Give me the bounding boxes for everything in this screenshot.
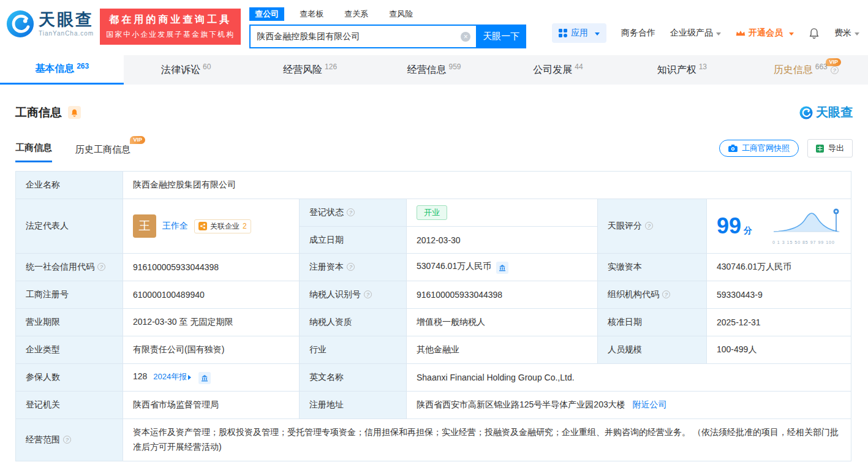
help-icon[interactable] [97,263,105,271]
nearby-companies-link[interactable]: 附近公司 [633,400,667,409]
field-value: 增值税一般纳税人 [417,317,485,327]
logo-brand: 天眼查 [39,12,94,28]
search-input[interactable] [249,25,476,48]
help-icon[interactable] [364,290,372,298]
bank-icon[interactable] [496,262,508,274]
search-input-wrap [249,25,476,48]
nav-cooperation[interactable]: 商务合作 [621,28,655,39]
help-icon[interactable] [831,66,839,74]
help-icon[interactable] [347,208,355,216]
tab-label: 基本信息 [35,62,74,75]
field-value: 530746.01万人民币 [417,261,491,271]
field-value: 610000100489940 [133,290,205,300]
search-tab-relation[interactable]: 查关系 [339,7,374,21]
english-name-cell: Shaanxi Financial Holding Group Co.,Ltd. [407,364,851,392]
registered-capital-cell: 530746.01万人民币 [407,254,598,281]
approval-date-cell: 2025-12-31 [707,309,851,336]
field-label: 营业期限 [26,317,60,327]
org-code-label-cell: 组织机构代码 [598,281,707,309]
search-tab-boss[interactable]: 查老板 [294,7,329,21]
company-name-label-cell: 企业名称 [16,172,123,199]
bank-icon[interactable] [198,372,211,384]
apps-label: 应用 [571,28,588,39]
field-label: 组织机构代码 [608,289,659,299]
search-button[interactable]: 天眼一下 [476,25,526,48]
field-value: 其他金融业 [417,344,459,354]
table-row: 企业名称 陕西金融控股集团有限公司 [16,172,851,199]
tab-business-info[interactable]: 经营信息 959 [372,55,496,85]
header-nav: 应用 商务合作 企业级产品 开通会员 [552,23,859,43]
registry-cell: 陕西省市场监督管理局 [123,392,300,419]
tab-operational-risk[interactable]: 经营风险 126 [248,55,372,85]
registered-capital-label-cell: 注册资本 [300,254,407,281]
score-unit: 分 [744,225,752,235]
notification-bell-icon[interactable] [809,28,820,39]
nav-vip[interactable]: 开通会员 [736,28,794,39]
insured-cell: 1282024年报 [123,364,300,392]
tab-label: 经营风险 [283,64,322,77]
field-label: 成立日期 [309,235,344,244]
registry-label-cell: 登记机关 [16,392,123,419]
table-row: 营业期限 2012-03-30 至 无固定期限 纳税人资质 增值税一般纳税人 核… [16,309,851,336]
tianyancha-logo-icon [799,106,813,119]
help-icon[interactable] [662,290,670,298]
relation-icon [198,222,207,230]
field-label: 注册资本 [309,262,344,271]
business-term-cell: 2012-03-30 至 无固定期限 [123,309,300,336]
tianyancha-logo[interactable]: 天眼查 TianYanCha.com [6,10,94,38]
chevron-down-icon [716,32,721,38]
subtab-business-info[interactable]: 工商信息 [15,142,52,162]
legal-rep-name-link[interactable]: 王作全 [162,221,188,232]
chevron-down-icon [855,32,859,38]
subtab-history-business-info[interactable]: VIP 历史工商信息 [75,144,130,162]
field-value: 2012-03-30 至 无固定期限 [133,317,233,327]
status-label-cell: 登记状态 [300,199,407,227]
org-code-cell: 59330443-9 [707,281,851,309]
tab-label: 知识产权 [657,64,696,77]
field-value: 2025-12-31 [717,317,761,327]
taxpayer-id-label-cell: 纳税人识别号 [300,281,407,309]
tab-count: 263 [77,62,89,70]
business-scope-cell: 资本运作及资产管理；股权投资及管理；受托管理专项资金；信用担保和再担保；实业经营… [123,419,851,461]
cooperation-label: 商务合作 [621,28,655,39]
legal-rep-cell: 王 王作全 关联企业 2 [123,199,300,254]
field-label: 登记状态 [309,207,344,217]
export-button[interactable]: 导出 [807,139,853,157]
search-tab-company[interactable]: 查公司 [249,7,284,21]
field-label: 企业类型 [26,344,60,354]
search-tabs: 查公司 查老板 查关系 查风险 [249,7,526,21]
credit-code-label-cell: 统一社会信用代码 [16,254,123,281]
help-icon[interactable] [63,436,71,444]
official-snapshot-button[interactable]: 工商官网快照 [719,140,799,157]
tab-count: 126 [325,62,337,71]
tab-legal-proceedings[interactable]: 法律诉讼 60 [124,55,247,85]
field-label: 参保人数 [26,372,60,382]
vip-badge: VIP [826,58,841,66]
clear-icon[interactable] [461,32,470,42]
subtab-label: 历史工商信息 [75,144,130,154]
monitor-alarm-icon[interactable] [68,106,81,119]
field-value: 陕西省市场监督管理局 [133,400,219,409]
search-tab-risk[interactable]: 查风险 [383,7,418,21]
user-menu[interactable]: 费米 [834,28,859,39]
tab-history-info[interactable]: VIP 历史信息 663 [744,55,868,85]
field-value: 资本运作及资产管理；股权投资及管理；受托管理专项资金；信用担保和再担保；实业经营… [133,427,839,452]
field-value: 100-499人 [717,344,757,354]
excel-export-icon [816,145,824,153]
related-label: 关联企业 [210,221,240,232]
help-icon[interactable] [645,222,653,230]
field-label: 工商注册号 [26,289,69,299]
table-row: 法定代表人 王 王作全 关联企业 2 [16,199,851,227]
annual-report-link[interactable]: 2024年报 [153,372,187,381]
nav-enterprise[interactable]: 企业级产品 [670,28,721,39]
related-companies-badge[interactable]: 关联企业 2 [194,219,251,233]
field-label: 核准日期 [608,317,642,327]
tab-company-development[interactable]: 公司发展 44 [496,55,620,85]
tab-basic-info[interactable]: 基本信息 263 [0,55,124,85]
industry-cell: 其他金融业 [407,336,598,364]
help-icon[interactable] [347,263,355,271]
tab-intellectual-property[interactable]: 知识产权 13 [620,55,744,85]
apps-menu[interactable]: 应用 [552,23,606,43]
english-name-label-cell: 英文名称 [300,364,407,392]
legal-rep-avatar[interactable]: 王 [133,214,156,238]
